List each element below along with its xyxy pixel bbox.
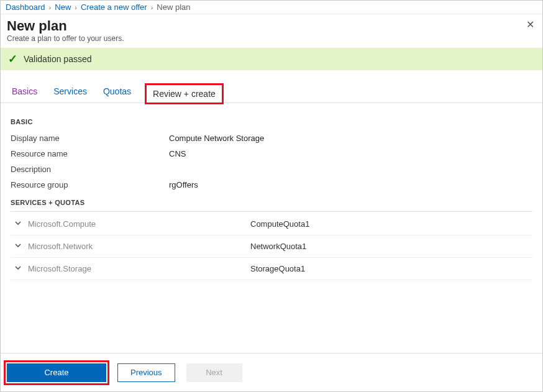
breadcrumb: Dashboard › New › Create a new offer › N… xyxy=(1,1,542,14)
page-title: New plan xyxy=(7,18,124,34)
quota-name: ComputeQuota1 xyxy=(250,219,309,229)
previous-button[interactable]: Previous xyxy=(117,363,175,382)
chevron-right-icon: › xyxy=(49,4,52,11)
label-resource-name: Resource name xyxy=(11,149,169,158)
service-quota-row[interactable]: Microsoft.Compute ComputeQuota1 xyxy=(11,213,532,235)
section-basic-label: BASIC xyxy=(11,118,532,125)
tab-basics[interactable]: Basics xyxy=(11,83,39,103)
validation-status: Validation passed xyxy=(24,54,91,64)
chevron-down-icon xyxy=(14,242,28,251)
row-resource-group: Resource group rgOffers xyxy=(11,177,532,193)
service-name: Microsoft.Storage xyxy=(28,264,250,273)
breadcrumb-create-offer[interactable]: Create a new offer xyxy=(81,2,147,12)
label-description: Description xyxy=(11,165,169,174)
tab-review-create[interactable]: Review + create xyxy=(146,84,222,103)
service-name: Microsoft.Compute xyxy=(28,219,250,229)
row-description: Description xyxy=(11,162,532,177)
service-quota-row[interactable]: Microsoft.Network NetworkQuota1 xyxy=(11,235,532,258)
page-header: New plan Create a plan to offer to your … xyxy=(1,14,542,48)
value-display-name: Compute Network Storage xyxy=(169,134,264,143)
breadcrumb-new[interactable]: New xyxy=(55,2,71,12)
page-subtitle: Create a plan to offer to your users. xyxy=(7,34,124,43)
label-resource-group: Resource group xyxy=(11,180,169,189)
tab-quotas[interactable]: Quotas xyxy=(102,83,132,103)
quota-name: StorageQuota1 xyxy=(250,264,305,273)
create-button[interactable]: Create xyxy=(7,363,106,382)
label-display-name: Display name xyxy=(11,134,169,143)
service-quota-row[interactable]: Microsoft.Storage StorageQuota1 xyxy=(11,258,532,280)
quota-name: NetworkQuota1 xyxy=(250,242,306,251)
chevron-down-icon xyxy=(14,219,28,229)
tab-bar: Basics Services Quotas Review + create xyxy=(1,70,542,103)
next-button: Next xyxy=(186,363,242,382)
content-area: BASIC Display name Compute Network Stora… xyxy=(1,103,542,353)
checkmark-icon: ✓ xyxy=(8,53,17,65)
breadcrumb-dashboard[interactable]: Dashboard xyxy=(6,2,45,12)
service-name: Microsoft.Network xyxy=(28,242,250,251)
chevron-right-icon: › xyxy=(151,4,153,11)
tab-services[interactable]: Services xyxy=(52,83,88,103)
close-icon: ✕ xyxy=(526,19,534,30)
footer-bar: Create Previous Next xyxy=(1,353,542,391)
chevron-down-icon xyxy=(14,264,28,273)
chevron-right-icon: › xyxy=(75,4,77,11)
section-services-quotas-label: SERVICES + QUOTAS xyxy=(11,199,532,206)
row-resource-name: Resource name CNS xyxy=(11,146,532,162)
close-button[interactable]: ✕ xyxy=(524,18,536,30)
value-resource-name: CNS xyxy=(169,149,186,158)
validation-banner: ✓ Validation passed xyxy=(1,48,542,70)
breadcrumb-current: New plan xyxy=(157,2,190,12)
row-display-name: Display name Compute Network Storage xyxy=(11,130,532,146)
value-resource-group: rgOffers xyxy=(169,180,198,189)
divider xyxy=(11,211,532,212)
